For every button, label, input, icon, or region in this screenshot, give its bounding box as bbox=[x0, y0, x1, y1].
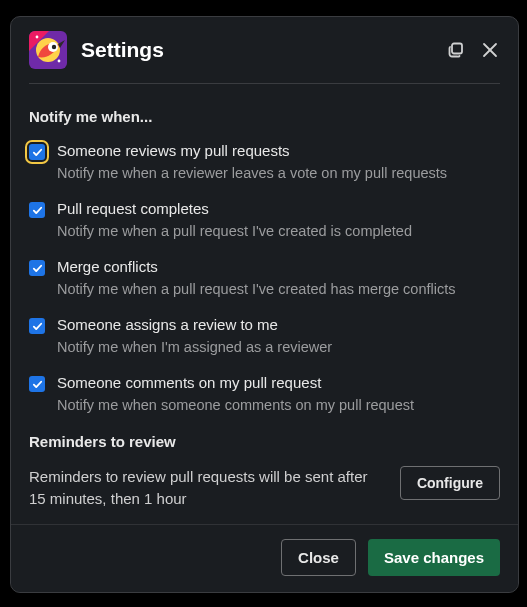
svg-point-6 bbox=[52, 45, 56, 49]
app-icon bbox=[29, 31, 67, 69]
option-texts: Someone assigns a review to meNotify me … bbox=[57, 315, 500, 357]
option-label: Someone comments on my pull request bbox=[57, 373, 500, 393]
checkbox[interactable] bbox=[29, 376, 45, 392]
notify-option: Someone assigns a review to meNotify me … bbox=[29, 315, 500, 357]
notify-option: Someone comments on my pull requestNotif… bbox=[29, 373, 500, 415]
option-description: Notify me when a pull request I've creat… bbox=[57, 221, 500, 241]
option-label: Pull request completes bbox=[57, 199, 500, 219]
svg-point-2 bbox=[36, 36, 39, 39]
checkbox[interactable] bbox=[29, 260, 45, 276]
modal-title: Settings bbox=[81, 38, 432, 62]
modal-content: Notify me when... Someone reviews my pul… bbox=[11, 84, 518, 524]
option-texts: Someone reviews my pull requestsNotify m… bbox=[57, 141, 500, 183]
settings-modal: Settings Notify me when... Someone revie… bbox=[10, 16, 519, 593]
option-description: Notify me when someone comments on my pu… bbox=[57, 395, 500, 415]
new-window-icon[interactable] bbox=[446, 40, 466, 60]
notify-option: Someone reviews my pull requestsNotify m… bbox=[29, 141, 500, 183]
close-button[interactable]: Close bbox=[281, 539, 356, 576]
option-description: Notify me when I'm assigned as a reviewe… bbox=[57, 337, 500, 357]
option-label: Merge conflicts bbox=[57, 257, 500, 277]
svg-rect-7 bbox=[452, 44, 462, 54]
option-description: Notify me when a pull request I've creat… bbox=[57, 279, 500, 299]
option-texts: Someone comments on my pull requestNotif… bbox=[57, 373, 500, 415]
reminders-text: Reminders to review pull requests will b… bbox=[29, 466, 388, 510]
window-controls bbox=[446, 40, 500, 60]
notify-heading: Notify me when... bbox=[29, 108, 500, 125]
notify-option: Pull request completesNotify me when a p… bbox=[29, 199, 500, 241]
reminders-row: Reminders to review pull requests will b… bbox=[29, 466, 500, 510]
close-icon[interactable] bbox=[480, 40, 500, 60]
option-texts: Pull request completesNotify me when a p… bbox=[57, 199, 500, 241]
option-texts: Merge conflictsNotify me when a pull req… bbox=[57, 257, 500, 299]
modal-footer: Close Save changes bbox=[11, 524, 518, 592]
svg-point-3 bbox=[58, 60, 61, 63]
option-label: Someone reviews my pull requests bbox=[57, 141, 500, 161]
checkbox[interactable] bbox=[29, 144, 45, 160]
checkbox[interactable] bbox=[29, 318, 45, 334]
option-label: Someone assigns a review to me bbox=[57, 315, 500, 335]
checkbox[interactable] bbox=[29, 202, 45, 218]
save-button[interactable]: Save changes bbox=[368, 539, 500, 576]
configure-button[interactable]: Configure bbox=[400, 466, 500, 500]
notify-option: Merge conflictsNotify me when a pull req… bbox=[29, 257, 500, 299]
option-description: Notify me when a reviewer leaves a vote … bbox=[57, 163, 500, 183]
reminders-heading: Reminders to review bbox=[29, 433, 500, 450]
modal-header: Settings bbox=[11, 17, 518, 83]
